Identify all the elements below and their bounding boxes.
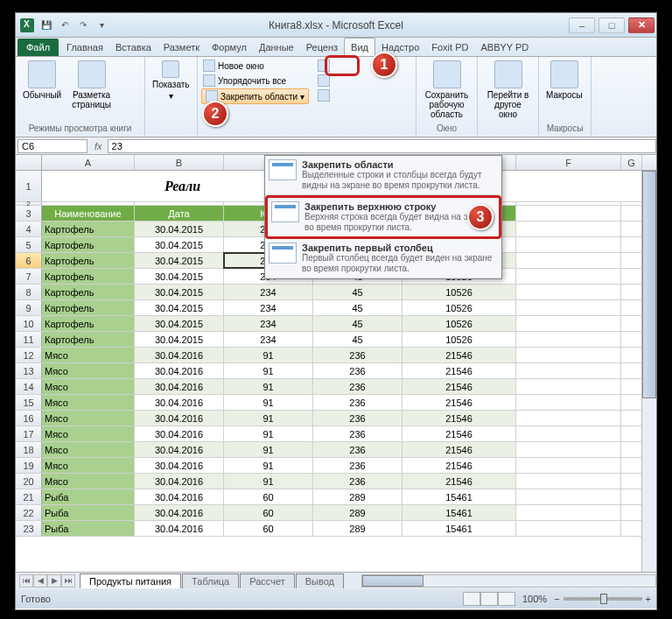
cell[interactable]: 10526 [402, 332, 516, 347]
row-header-4[interactable]: 4 [16, 222, 42, 236]
close-button[interactable]: ✕ [628, 18, 654, 33]
row-header-3[interactable]: 3 [16, 206, 42, 221]
qat-undo-icon[interactable]: ↶ [57, 18, 73, 33]
zoom-out-icon[interactable]: − [554, 594, 559, 604]
cell[interactable]: Картофель [42, 237, 135, 252]
sheet-tab[interactable]: Вывод [296, 573, 344, 588]
arrange-all-button[interactable]: Упорядочить все [201, 74, 309, 88]
cell[interactable]: Мясо [42, 458, 135, 473]
cell[interactable]: 30.04.2016 [135, 474, 224, 489]
cell[interactable]: Рыба [42, 489, 135, 504]
macros-button[interactable]: Макросы [542, 59, 586, 102]
cell[interactable]: 30.04.2016 [135, 379, 224, 394]
cell[interactable]: 236 [313, 426, 402, 441]
cell[interactable] [516, 285, 621, 299]
cell[interactable]: Мясо [42, 426, 135, 441]
cell[interactable]: Рыба [42, 521, 135, 536]
cell[interactable]: 10526 [402, 285, 516, 299]
tab-вставка[interactable]: Вставка [109, 39, 158, 56]
row-header-12[interactable]: 12 [16, 348, 42, 362]
cell[interactable]: Мясо [42, 348, 135, 362]
hide-button[interactable] [316, 74, 332, 88]
cell[interactable]: Мясо [42, 395, 135, 410]
cell[interactable]: 21546 [402, 348, 516, 362]
header-date[interactable]: Дата [135, 206, 224, 221]
cell[interactable]: 289 [313, 505, 402, 520]
row-header-10[interactable]: 10 [16, 316, 42, 331]
col-header-B[interactable]: B [135, 155, 224, 170]
cell[interactable]: 91 [224, 458, 313, 473]
tab-данные[interactable]: Данные [253, 39, 300, 56]
cell[interactable]: 30.04.2015 [135, 253, 224, 268]
qat-dropdown-icon[interactable]: ▾ [94, 18, 109, 33]
row-header-20[interactable]: 20 [16, 474, 42, 489]
tab-вид[interactable]: Вид [344, 38, 375, 56]
formula-input[interactable]: 23 [108, 139, 656, 153]
view-pagebreak-icon[interactable] [498, 592, 515, 606]
sheet-nav-next-icon[interactable]: ▶ [47, 574, 61, 587]
cell[interactable]: 30.04.2016 [135, 395, 224, 410]
vscroll-thumb[interactable] [642, 171, 656, 398]
row-header-6[interactable]: 6 [16, 253, 42, 268]
cell[interactable]: 30.04.2015 [135, 300, 224, 315]
cell[interactable] [516, 237, 621, 252]
cell[interactable]: 236 [313, 363, 402, 378]
cell[interactable]: 21546 [402, 442, 516, 457]
cell[interactable]: 236 [313, 379, 402, 394]
row-header-8[interactable]: 8 [16, 285, 42, 299]
cell[interactable]: 91 [224, 442, 313, 457]
cell[interactable] [516, 521, 621, 536]
col-header-G[interactable]: G [621, 155, 642, 170]
cell[interactable] [516, 458, 621, 473]
sheet-nav-last-icon[interactable]: ⏭ [61, 574, 75, 587]
cell[interactable] [516, 363, 621, 378]
row-header-9[interactable]: 9 [16, 300, 42, 315]
cell[interactable]: 236 [313, 474, 402, 489]
row-header-16[interactable]: 16 [16, 411, 42, 426]
cell[interactable]: 30.04.2016 [135, 348, 224, 362]
cell[interactable]: 21546 [402, 458, 516, 473]
cell[interactable]: 30.04.2016 [135, 363, 224, 378]
cell[interactable]: Картофель [42, 269, 135, 284]
switch-windows-button[interactable]: Перейти в другое окно [481, 59, 535, 121]
cell[interactable]: 21546 [402, 379, 516, 394]
cell[interactable]: 91 [224, 348, 313, 362]
freeze-first-column-option[interactable]: Закрепить первый столбец Первый столбец … [265, 239, 501, 278]
cell[interactable]: 45 [313, 332, 402, 347]
cell[interactable]: 60 [224, 521, 313, 536]
name-box[interactable]: C6 [18, 139, 88, 153]
sheet-nav-first-icon[interactable]: ⏮ [19, 574, 33, 587]
row-header-5[interactable]: 5 [16, 237, 42, 252]
tab-формул[interactable]: Формул [206, 39, 253, 56]
cell[interactable]: 45 [313, 316, 402, 331]
view-page-layout-button[interactable]: Разметка страницы [68, 59, 115, 111]
cell[interactable]: 91 [224, 426, 313, 441]
maximize-button[interactable]: □ [598, 18, 625, 33]
cell[interactable]: 30.04.2016 [135, 458, 224, 473]
save-workspace-button[interactable]: Сохранить рабочую область [420, 59, 473, 121]
cell[interactable]: Мясо [42, 363, 135, 378]
show-button[interactable]: Показать ▾ [149, 59, 193, 102]
cell[interactable]: 15461 [402, 505, 516, 520]
cell[interactable] [516, 426, 621, 441]
freeze-panes-option[interactable]: Закрепить области Выделенные строки и ст… [265, 156, 501, 195]
cell[interactable]: Рыба [42, 505, 135, 520]
sheet-tab-active[interactable]: Продукты питания [80, 573, 181, 588]
cell[interactable]: Картофель [42, 316, 135, 331]
cell[interactable]: 30.04.2016 [135, 505, 224, 520]
cell[interactable] [516, 489, 621, 504]
row-header-7[interactable]: 7 [16, 269, 42, 284]
tab-реценз[interactable]: Реценз [300, 39, 344, 56]
cell[interactable]: 234 [224, 332, 313, 347]
cell[interactable]: 236 [313, 411, 402, 426]
row-header-15[interactable]: 15 [16, 395, 42, 410]
header-name[interactable]: Наименование [42, 206, 135, 221]
freeze-top-row-option[interactable]: Закрепить верхнюю строку Верхняя строка … [265, 195, 501, 239]
cell[interactable]: 236 [313, 395, 402, 410]
cell[interactable] [516, 300, 621, 315]
tab-file[interactable]: Файл [18, 39, 59, 56]
tab-разметк[interactable]: Разметк [158, 39, 206, 56]
cell[interactable]: 10526 [402, 300, 516, 315]
row-header-2[interactable]: 2 [16, 202, 42, 205]
col-header-F[interactable]: F [516, 155, 621, 170]
